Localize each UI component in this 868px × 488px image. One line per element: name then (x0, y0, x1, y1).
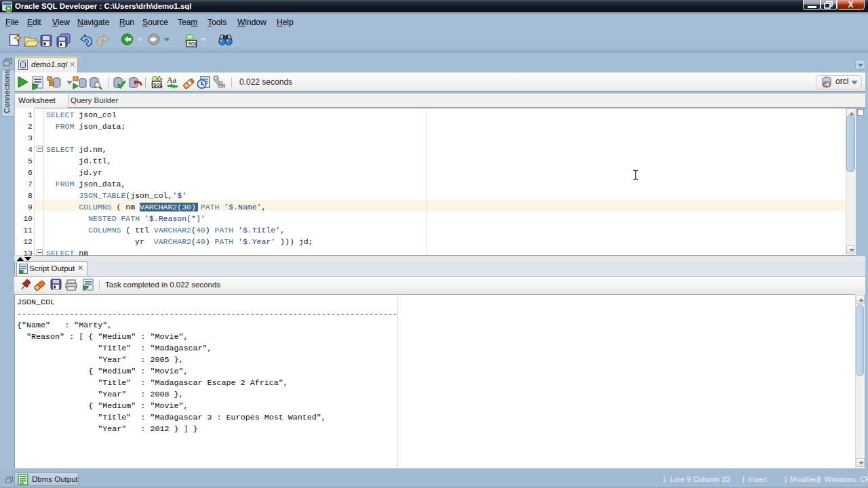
svg-text:Aa: Aa (167, 75, 177, 85)
svg-text:SOL: SOL (188, 41, 197, 46)
svg-text:SOL: SOL (153, 83, 163, 87)
